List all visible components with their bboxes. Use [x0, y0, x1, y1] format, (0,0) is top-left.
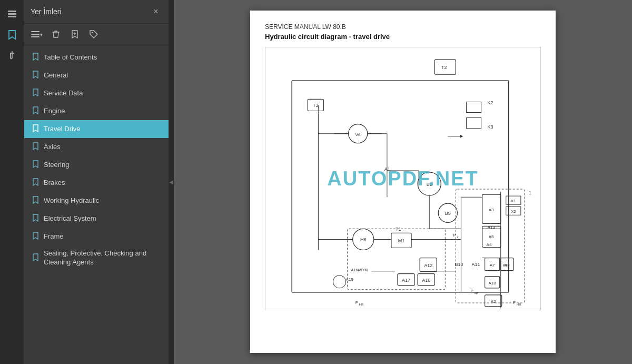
bookmark-item-frame[interactable]: Frame	[24, 228, 169, 245]
svg-text:A10: A10	[489, 281, 497, 286]
svg-text:M1: M1	[398, 238, 405, 243]
bookmark-label: Engine	[44, 107, 65, 116]
view-dropdown-button[interactable]: ▾	[28, 27, 45, 42]
bookmark-icon	[33, 214, 38, 223]
svg-text:HB: HB	[359, 303, 363, 306]
bookmark-icon	[33, 124, 38, 134]
svg-text:A3: A3	[489, 208, 494, 212]
svg-text:A19: A19	[346, 277, 354, 282]
bookmark-label: Working Hydraulic	[44, 196, 99, 205]
bookmark-item-electrical-system[interactable]: Electrical System	[24, 210, 169, 228]
bookmark-icon	[33, 106, 38, 116]
svg-text:X1: X1	[511, 199, 516, 203]
svg-rect-4	[31, 34, 39, 35]
svg-text:sp: sp	[475, 291, 478, 294]
svg-rect-3	[31, 31, 39, 32]
sidebar-toolbar: ▾	[24, 24, 169, 45]
bookmark-icon	[33, 178, 38, 188]
tag-bookmark-button[interactable]	[85, 27, 102, 42]
svg-text:P: P	[355, 300, 358, 305]
bookmark-item-travel-drive[interactable]: Travel Drive	[24, 120, 169, 138]
bookmark-label: Frame	[44, 232, 64, 241]
svg-text:A9: A9	[503, 263, 508, 267]
svg-point-8	[91, 32, 92, 33]
bookmark-label: Electrical System	[44, 214, 96, 223]
bookmark-icon	[33, 253, 38, 263]
bookmark-icon	[33, 160, 38, 170]
close-button[interactable]: ×	[150, 5, 162, 18]
bookmark-item-sealing[interactable]: Sealing, Protective, Checking and Cleani…	[24, 245, 169, 271]
svg-text:P: P	[470, 289, 473, 293]
icon-rail	[0, 0, 24, 364]
bookmark-item-axles[interactable]: Axles	[24, 138, 169, 156]
svg-text:A7: A7	[490, 263, 495, 268]
bookmark-item-engine[interactable]: Engine	[24, 102, 169, 120]
bookmark-label: Service Data	[44, 89, 83, 98]
svg-text:A18: A18	[422, 278, 430, 283]
document-area: SERVICE MANUAL LW 80.B Hydraulic circuit…	[174, 0, 632, 364]
delete-bookmark-button[interactable]	[47, 27, 64, 42]
bookmark-item-working-hydraulic[interactable]: Working Hydraulic	[24, 192, 169, 210]
svg-text:K2: K2	[488, 100, 493, 105]
svg-rect-2	[8, 16, 16, 17]
svg-text:H6: H6	[360, 237, 367, 242]
attachment-icon[interactable]	[3, 46, 22, 65]
svg-text:A5: A5	[489, 234, 494, 239]
svg-text:A2: A2	[491, 299, 496, 304]
bookmark-list: Table of ContentsGeneralService DataEngi…	[24, 45, 169, 364]
svg-text:A13: A13	[488, 225, 496, 230]
svg-text:T2: T2	[441, 65, 447, 70]
svg-rect-5	[31, 36, 39, 37]
bookmark-icon	[33, 196, 38, 205]
bookmark-item-steering[interactable]: Steering	[24, 156, 169, 174]
sidebar-header: Yer İmleri ×	[24, 0, 169, 24]
svg-text:T3: T3	[313, 103, 319, 108]
bookmark-icon	[33, 53, 38, 62]
dropdown-chevron-icon: ▾	[40, 32, 43, 37]
document-page: SERVICE MANUAL LW 80.B Hydraulic circuit…	[250, 11, 556, 353]
svg-text:A12: A12	[424, 263, 432, 268]
sidebar-title: Yer İmleri	[31, 7, 62, 16]
svg-text:A4: A4	[487, 242, 492, 247]
bookmark-item-toc[interactable]: Table of Contents	[24, 48, 169, 66]
svg-text:A16A5YM: A16A5YM	[351, 268, 368, 272]
bookmark-icon	[33, 88, 38, 98]
bookmark-label: Axles	[44, 143, 61, 152]
svg-text:B2: B2	[427, 182, 432, 187]
document-title: SERVICE MANUAL LW 80.B	[265, 23, 541, 31]
layers-icon[interactable]	[3, 4, 22, 23]
svg-text:K3: K3	[488, 124, 493, 130]
resize-handle[interactable]	[169, 0, 174, 364]
svg-rect-9	[265, 49, 540, 308]
svg-text:1: 1	[529, 190, 531, 195]
svg-text:HB: HB	[517, 303, 521, 306]
add-bookmark-button[interactable]	[66, 27, 83, 42]
bookmark-icon	[33, 142, 38, 152]
svg-text:VA: VA	[355, 132, 361, 137]
diagram-area: T2 T3 K2 K3 VA A1 B2	[265, 47, 541, 310]
svg-text:B5: B5	[445, 211, 451, 216]
bookmark-label: Sealing, Protective, Checking and Cleani…	[44, 249, 162, 267]
bookmark-label: Travel Drive	[44, 125, 81, 134]
svg-rect-0	[8, 11, 16, 12]
bookmark-label: Table of Contents	[44, 53, 97, 62]
bookmark-label: General	[44, 71, 68, 80]
svg-text:X2: X2	[511, 209, 516, 214]
bookmark-icon	[33, 232, 38, 241]
bookmark-item-service-data[interactable]: Service Data	[24, 84, 169, 102]
bookmark-item-general[interactable]: General	[24, 66, 169, 84]
svg-text:A11: A11	[472, 262, 480, 267]
bookmarks-sidebar: Yer İmleri × ▾	[24, 0, 169, 364]
svg-text:in: in	[457, 235, 459, 239]
svg-rect-1	[8, 13, 16, 15]
svg-text:A17: A17	[402, 278, 410, 283]
bookmark-item-brakes[interactable]: Brakes	[24, 174, 169, 192]
bookmark-nav-icon[interactable]	[3, 25, 22, 44]
bookmark-icon	[33, 71, 38, 80]
svg-text:T1: T1	[396, 227, 401, 232]
document-subtitle: Hydraulic circuit diagram - travel drive	[265, 33, 541, 41]
bookmark-label: Steering	[44, 161, 69, 170]
bookmark-label: Brakes	[44, 179, 65, 188]
